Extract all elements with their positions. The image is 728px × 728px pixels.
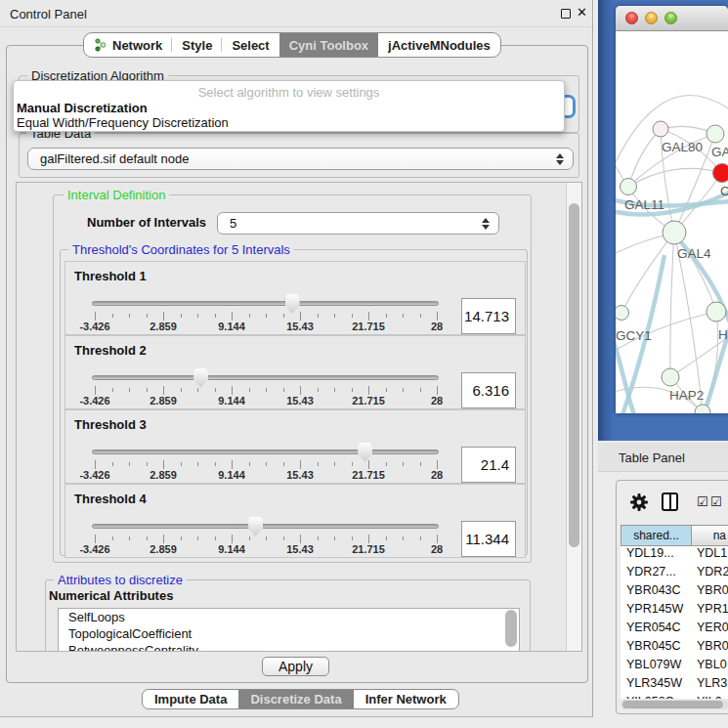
network-canvas[interactable]: GAL80GACGAL11GAL4GCY1HHAP2 <box>616 32 728 413</box>
slider-thumb[interactable] <box>193 368 208 388</box>
combo-arrows-icon <box>556 152 564 166</box>
slider-track[interactable] <box>92 450 439 454</box>
slider-tick <box>197 462 198 466</box>
close-icon[interactable]: ✕ <box>577 5 587 20</box>
threshold-value-field[interactable]: 11.344 <box>461 521 516 557</box>
table-row[interactable]: YBR045CYBR0 <box>621 639 728 658</box>
close-traffic-light-icon[interactable] <box>625 12 638 24</box>
apply-button[interactable]: Apply <box>262 657 329 676</box>
slider-track[interactable] <box>92 301 439 306</box>
split-columns-icon[interactable] <box>662 492 678 511</box>
horizontal-scrollbar-thumb[interactable] <box>622 701 723 708</box>
slider-tick-label: 28 <box>431 395 443 407</box>
slider-tick <box>95 312 96 321</box>
table-row[interactable]: YLR345WYLR3 <box>621 676 728 695</box>
slider-tick-label: 15.43 <box>286 321 314 332</box>
slider-tick <box>181 536 182 540</box>
table-row[interactable]: YPR145WYPR1 <box>621 602 728 621</box>
network-node-c[interactable] <box>713 164 728 183</box>
interval-definition-group: Interval Definition Number of Intervals … <box>53 194 532 563</box>
network-node-hap2[interactable] <box>662 368 679 386</box>
network-edge[interactable] <box>621 233 674 313</box>
tab-jactivemnodules[interactable]: jActiveMNodules <box>378 33 500 57</box>
numerical-attributes-list[interactable]: SelfLoopsTopologicalCoefficientBetweenne… <box>58 608 520 652</box>
dropdown-option-equal-width[interactable]: Equal Width/Frequency Discretization <box>14 115 564 130</box>
column-header-shared-name[interactable]: shared... <box>621 525 692 546</box>
bottom-tab-discretize-data[interactable]: Discretize Data <box>238 690 353 708</box>
table-cell: YBL0 <box>692 658 728 676</box>
slider-thumb[interactable] <box>358 443 372 462</box>
attribute-list-item[interactable]: TopologicalCoefficient <box>59 625 519 642</box>
numerical-attributes-label: Numerical Attributes <box>49 588 173 603</box>
slider-tick-label: 2.859 <box>150 321 177 332</box>
attribute-list-item[interactable]: SelfLoops <box>59 609 519 625</box>
network-node-gal11[interactable] <box>621 179 637 195</box>
slider-tick <box>318 462 319 466</box>
network-edge[interactable] <box>670 233 674 377</box>
table-cell: YBR045C <box>621 639 692 658</box>
network-node-gcy1[interactable] <box>616 306 629 321</box>
network-node-gal80[interactable] <box>653 121 668 137</box>
dropdown-option-manual[interactable]: Manual Discretization <box>14 101 564 115</box>
table-row[interactable]: YBL079WYBL0 <box>621 658 728 676</box>
table-row[interactable]: YBR043CYBR0 <box>621 583 728 602</box>
tab-network[interactable]: Network <box>84 33 172 57</box>
network-node-h[interactable] <box>707 302 726 321</box>
bottom-tab-infer-network[interactable]: Infer Network <box>354 690 458 708</box>
gear-icon[interactable] <box>629 492 649 512</box>
table-cell: YBR0 <box>692 583 728 602</box>
slider-tick <box>386 388 387 392</box>
network-node-label: C <box>720 184 728 198</box>
list-scrollbar-thumb[interactable] <box>505 610 517 647</box>
threshold-panel-3: Threshold 3-3.4262.8599.14415.4321.71528… <box>64 409 526 484</box>
table-row[interactable]: YDR27...YDR2 <box>621 565 728 583</box>
slider-tick-label: 21.715 <box>352 321 385 332</box>
slider-tick <box>352 462 353 466</box>
tab-select[interactable]: Select <box>222 33 278 57</box>
slider-thumb[interactable] <box>285 294 300 314</box>
table-row[interactable]: YDL19...YDL1 <box>621 546 728 565</box>
network-node-gal4[interactable] <box>663 221 686 244</box>
table-row[interactable]: YER054CYER0 <box>621 621 728 639</box>
threshold-value-field[interactable]: 6.316 <box>461 372 516 408</box>
slider-tick <box>129 388 130 392</box>
checkbox-icon-1[interactable]: ☑ <box>697 494 708 509</box>
tab-cyni-toolbox[interactable]: Cyni Toolbox <box>279 33 378 57</box>
slider-track[interactable] <box>92 375 439 380</box>
threshold-value-field[interactable]: 14.713 <box>461 298 516 334</box>
slider-tick <box>368 460 369 469</box>
network-window-titlebar[interactable] <box>616 6 728 31</box>
tab-style[interactable]: Style <box>172 33 222 57</box>
threshold-value-field[interactable]: 21.4 <box>461 447 516 483</box>
table-cell: YER054C <box>621 621 692 639</box>
network-node-ga[interactable] <box>707 125 724 143</box>
slider-tick <box>129 314 130 318</box>
table-row[interactable]: YIL052CYIL0 <box>621 695 728 699</box>
column-header-name[interactable]: na <box>692 525 728 546</box>
number-of-intervals-spinner[interactable]: 5 <box>217 212 499 235</box>
minimize-traffic-light-icon[interactable] <box>645 12 658 24</box>
bottom-tab-label: Impute Data <box>154 692 227 707</box>
table-panel: ☑ ☑ shared...naYDL19...YDL1YDR27...YDR2Y… <box>616 480 728 714</box>
vertical-scrollbar[interactable] <box>566 183 581 651</box>
checkbox-icon-2[interactable]: ☑ <box>710 494 722 509</box>
vertical-scrollbar-thumb[interactable] <box>569 203 579 547</box>
algorithm-dropdown-popup: Select algorithm to view settings Manual… <box>13 80 565 132</box>
table-cell: YDR27... <box>621 565 692 583</box>
bottom-tab-impute-data[interactable]: Impute Data <box>143 690 238 708</box>
slider-tick <box>318 388 319 392</box>
slider-track[interactable] <box>92 524 439 529</box>
slider-tick <box>249 536 250 540</box>
threshold-label: Threshold 3 <box>74 417 147 432</box>
table-data-combo[interactable]: galFiltered.sif default node <box>27 148 574 170</box>
network-edge[interactable] <box>628 168 722 187</box>
float-window-icon[interactable] <box>561 9 571 19</box>
zoom-traffic-light-icon[interactable] <box>664 12 677 24</box>
attribute-list-item[interactable]: BetweennessCentrality <box>59 642 519 652</box>
settings-scrollpane: Interval Definition Number of Intervals … <box>16 182 582 652</box>
slider-thumb[interactable] <box>248 517 263 536</box>
horizontal-scrollbar[interactable] <box>621 700 728 709</box>
control-panel-window: Control Panel ✕ Discretization Algorithm… <box>0 0 593 717</box>
thresholds-group-title: Threshold's Coordinates for 5 Intervals <box>68 242 294 257</box>
table-cell: YBR0 <box>692 639 728 658</box>
